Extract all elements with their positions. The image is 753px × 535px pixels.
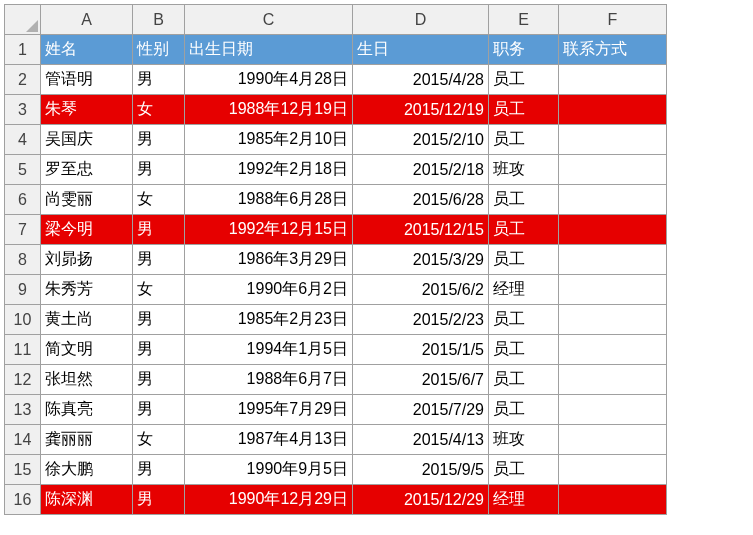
- cell-contact[interactable]: [559, 365, 667, 395]
- cell-contact[interactable]: [559, 125, 667, 155]
- row-header-15[interactable]: 15: [5, 455, 41, 485]
- col-header-D[interactable]: D: [353, 5, 489, 35]
- cell-birthdate[interactable]: 1986年3月29日: [185, 245, 353, 275]
- cell-position[interactable]: 员工: [489, 125, 559, 155]
- cell-position[interactable]: 员工: [489, 455, 559, 485]
- cell-birthdate[interactable]: 1985年2月23日: [185, 305, 353, 335]
- cell-contact[interactable]: [559, 95, 667, 125]
- col-header-B[interactable]: B: [133, 5, 185, 35]
- cell-position[interactable]: 员工: [489, 395, 559, 425]
- cell-birthdate[interactable]: 1995年7月29日: [185, 395, 353, 425]
- cell-name[interactable]: 梁今明: [41, 215, 133, 245]
- cell-birthdate[interactable]: 1985年2月10日: [185, 125, 353, 155]
- cell-birthday[interactable]: 2015/6/28: [353, 185, 489, 215]
- row-header-1[interactable]: 1: [5, 35, 41, 65]
- header-cell-birthdate[interactable]: 出生日期: [185, 35, 353, 65]
- row-header-14[interactable]: 14: [5, 425, 41, 455]
- cell-birthdate[interactable]: 1990年12月29日: [185, 485, 353, 515]
- cell-gender[interactable]: 男: [133, 245, 185, 275]
- cell-birthday[interactable]: 2015/12/29: [353, 485, 489, 515]
- row-header-9[interactable]: 9: [5, 275, 41, 305]
- cell-contact[interactable]: [559, 455, 667, 485]
- col-header-F[interactable]: F: [559, 5, 667, 35]
- cell-position[interactable]: 员工: [489, 245, 559, 275]
- cell-contact[interactable]: [559, 155, 667, 185]
- cell-gender[interactable]: 男: [133, 215, 185, 245]
- cell-birthday[interactable]: 2015/2/10: [353, 125, 489, 155]
- cell-position[interactable]: 员工: [489, 95, 559, 125]
- cell-birthday[interactable]: 2015/7/29: [353, 395, 489, 425]
- cell-name[interactable]: 龚丽丽: [41, 425, 133, 455]
- col-header-E[interactable]: E: [489, 5, 559, 35]
- cell-birthdate[interactable]: 1988年6月7日: [185, 365, 353, 395]
- row-header-16[interactable]: 16: [5, 485, 41, 515]
- row-header-6[interactable]: 6: [5, 185, 41, 215]
- row-header-3[interactable]: 3: [5, 95, 41, 125]
- cell-name[interactable]: 罗至忠: [41, 155, 133, 185]
- cell-position[interactable]: 员工: [489, 215, 559, 245]
- cell-gender[interactable]: 女: [133, 95, 185, 125]
- row-header-5[interactable]: 5: [5, 155, 41, 185]
- cell-birthday[interactable]: 2015/2/23: [353, 305, 489, 335]
- cell-position[interactable]: 员工: [489, 305, 559, 335]
- cell-birthday[interactable]: 2015/4/28: [353, 65, 489, 95]
- cell-name[interactable]: 陈真亮: [41, 395, 133, 425]
- cell-gender[interactable]: 男: [133, 485, 185, 515]
- cell-birthday[interactable]: 2015/6/2: [353, 275, 489, 305]
- cell-name[interactable]: 刘昴扬: [41, 245, 133, 275]
- cell-birthday[interactable]: 2015/12/15: [353, 215, 489, 245]
- cell-birthday[interactable]: 2015/3/29: [353, 245, 489, 275]
- cell-gender[interactable]: 男: [133, 155, 185, 185]
- cell-birthdate[interactable]: 1987年4月13日: [185, 425, 353, 455]
- header-cell-birthday[interactable]: 生日: [353, 35, 489, 65]
- cell-gender[interactable]: 女: [133, 275, 185, 305]
- header-cell-contact[interactable]: 联系方式: [559, 35, 667, 65]
- cell-contact[interactable]: [559, 485, 667, 515]
- cell-birthday[interactable]: 2015/9/5: [353, 455, 489, 485]
- cell-gender[interactable]: 女: [133, 425, 185, 455]
- cell-name[interactable]: 朱琴: [41, 95, 133, 125]
- cell-position[interactable]: 员工: [489, 65, 559, 95]
- cell-contact[interactable]: [559, 335, 667, 365]
- cell-name[interactable]: 徐大鹏: [41, 455, 133, 485]
- cell-birthdate[interactable]: 1992年12月15日: [185, 215, 353, 245]
- cell-contact[interactable]: [559, 395, 667, 425]
- cell-contact[interactable]: [559, 185, 667, 215]
- cell-gender[interactable]: 女: [133, 185, 185, 215]
- row-header-10[interactable]: 10: [5, 305, 41, 335]
- cell-birthdate[interactable]: 1994年1月5日: [185, 335, 353, 365]
- cell-name[interactable]: 张坦然: [41, 365, 133, 395]
- row-header-12[interactable]: 12: [5, 365, 41, 395]
- cell-contact[interactable]: [559, 65, 667, 95]
- cell-position[interactable]: 经理: [489, 485, 559, 515]
- cell-name[interactable]: 黄土尚: [41, 305, 133, 335]
- cell-position[interactable]: 员工: [489, 365, 559, 395]
- cell-position[interactable]: 经理: [489, 275, 559, 305]
- cell-name[interactable]: 陈深渊: [41, 485, 133, 515]
- cell-position[interactable]: 员工: [489, 335, 559, 365]
- cell-gender[interactable]: 男: [133, 125, 185, 155]
- cell-position[interactable]: 员工: [489, 185, 559, 215]
- row-header-2[interactable]: 2: [5, 65, 41, 95]
- cell-gender[interactable]: 男: [133, 305, 185, 335]
- cell-name[interactable]: 尚雯丽: [41, 185, 133, 215]
- cell-birthdate[interactable]: 1990年9月5日: [185, 455, 353, 485]
- cell-contact[interactable]: [559, 305, 667, 335]
- cell-gender[interactable]: 男: [133, 335, 185, 365]
- cell-gender[interactable]: 男: [133, 455, 185, 485]
- select-all-corner[interactable]: [5, 5, 41, 35]
- header-cell-gender[interactable]: 性别: [133, 35, 185, 65]
- col-header-A[interactable]: A: [41, 5, 133, 35]
- cell-gender[interactable]: 男: [133, 395, 185, 425]
- cell-contact[interactable]: [559, 245, 667, 275]
- header-cell-name[interactable]: 姓名: [41, 35, 133, 65]
- cell-birthdate[interactable]: 1990年4月28日: [185, 65, 353, 95]
- cell-contact[interactable]: [559, 275, 667, 305]
- cell-birthday[interactable]: 2015/2/18: [353, 155, 489, 185]
- row-header-11[interactable]: 11: [5, 335, 41, 365]
- cell-position[interactable]: 班攻: [489, 155, 559, 185]
- row-header-4[interactable]: 4: [5, 125, 41, 155]
- cell-birthdate[interactable]: 1988年6月28日: [185, 185, 353, 215]
- cell-name[interactable]: 朱秀芳: [41, 275, 133, 305]
- cell-name[interactable]: 吴国庆: [41, 125, 133, 155]
